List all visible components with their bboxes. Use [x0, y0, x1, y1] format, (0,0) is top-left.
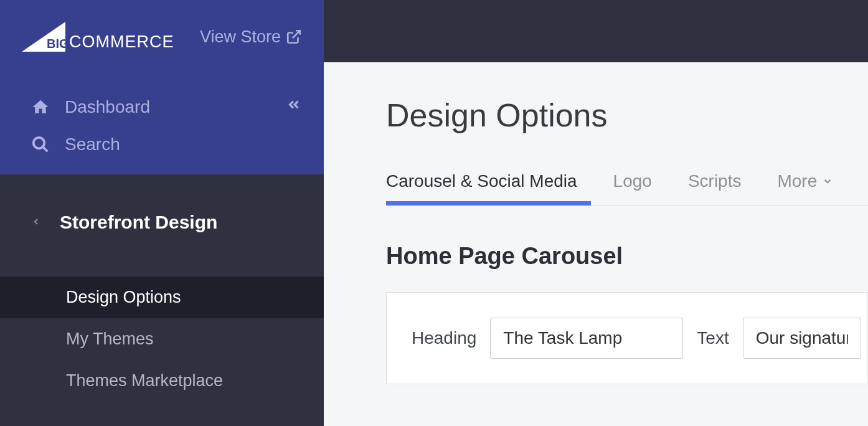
sidebar-item-label: Design Options — [66, 288, 181, 306]
section-title: Home Page Carousel — [386, 243, 868, 270]
sidebar-item-label: Themes Marketplace — [66, 371, 223, 390]
logo[interactable]: BIG COMMERCE — [22, 22, 174, 52]
heading-input[interactable] — [490, 318, 683, 359]
logo-row: BIG COMMERCE View Store — [0, 0, 324, 52]
tabs: Carousel & Social Media Logo Scripts Mor… — [386, 171, 868, 206]
external-link-icon — [286, 29, 302, 45]
sidebar-item-design-options[interactable]: Design Options — [0, 277, 324, 318]
collapse-icon[interactable] — [286, 97, 302, 117]
svg-line-1 — [293, 31, 300, 38]
svg-point-2 — [34, 138, 45, 149]
nav-dashboard-label: Dashboard — [65, 97, 150, 117]
logo-mark-icon: BIG — [22, 22, 65, 52]
carousel-form-card: Heading Text — [386, 292, 868, 384]
nav-search-label: Search — [65, 135, 120, 154]
nav-search[interactable]: Search — [0, 126, 324, 163]
chevron-down-icon — [822, 176, 833, 187]
sidebar-item-themes-marketplace[interactable]: Themes Marketplace — [0, 360, 324, 402]
page-title: Design Options — [386, 97, 868, 134]
sidebar-item-label: My Themes — [66, 329, 154, 348]
view-store-label: View Store — [200, 27, 281, 47]
sidebar-item-my-themes[interactable]: My Themes — [0, 318, 324, 360]
content: Design Options Carousel & Social Media L… — [324, 62, 868, 384]
tab-label: Carousel & Social Media — [386, 171, 577, 191]
sidebar: BIG COMMERCE View Store Dashboard — [0, 0, 324, 426]
sidebar-top: BIG COMMERCE View Store Dashboard — [0, 0, 324, 174]
tab-label: More — [777, 171, 817, 191]
heading-label: Heading — [412, 328, 476, 348]
svg-text:BIG: BIG — [47, 37, 65, 50]
text-input[interactable] — [743, 318, 861, 359]
topbar — [324, 0, 868, 62]
tab-scripts[interactable]: Scripts — [688, 171, 742, 205]
tab-label: Logo — [613, 171, 652, 191]
search-icon — [31, 135, 50, 154]
nav-items: Dashboard Search — [0, 52, 324, 163]
section-title: Storefront Design — [60, 212, 217, 233]
chevron-left-icon — [31, 214, 41, 230]
main: Design Options Carousel & Social Media L… — [324, 0, 868, 426]
tab-carousel-social[interactable]: Carousel & Social Media — [386, 171, 577, 205]
home-icon — [31, 98, 50, 116]
tab-logo[interactable]: Logo — [613, 171, 652, 205]
tab-more[interactable]: More — [777, 171, 833, 205]
logo-text: COMMERCE — [69, 32, 174, 52]
tab-label: Scripts — [688, 171, 742, 191]
sub-items: Design Options My Themes Themes Marketpl… — [0, 252, 324, 402]
svg-line-3 — [43, 147, 48, 152]
sidebar-bottom: Storefront Design Design Options My Them… — [0, 174, 324, 426]
section-header[interactable]: Storefront Design — [0, 174, 324, 252]
nav-dashboard[interactable]: Dashboard — [0, 88, 324, 126]
text-label: Text — [697, 328, 729, 348]
view-store-link[interactable]: View Store — [200, 27, 302, 47]
